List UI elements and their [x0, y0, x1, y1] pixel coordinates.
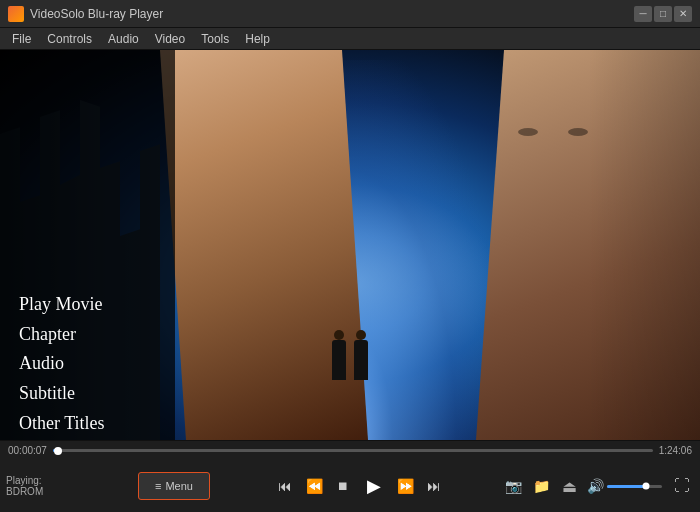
right-controls: 📷 📁 ⏏ — [501, 474, 581, 498]
eject-button[interactable]: ⏏ — [557, 474, 581, 498]
titlebar: VideoSolo Blu-ray Player ─ □ ✕ — [0, 0, 700, 28]
time-elapsed: 00:00:07 — [8, 445, 47, 456]
menubar-item-video[interactable]: Video — [147, 30, 193, 48]
menu-button[interactable]: ≡ Menu — [138, 472, 210, 500]
menubar-item-tools[interactable]: Tools — [193, 30, 237, 48]
skip-forward-button[interactable]: ⏭ — [421, 473, 447, 499]
menu-icon: ≡ — [155, 480, 161, 492]
skip-back-button[interactable]: ⏮ — [272, 473, 298, 499]
fullscreen-button[interactable]: ⛶ — [670, 474, 694, 498]
buttons-row: Playing: BDROM ≡ Menu ⏮ ⏪ ⏹ ▶ ⏩ ⏭ 📷 📁 ⏏ … — [0, 461, 700, 512]
running-figures — [332, 340, 368, 380]
controls-bar: 00:00:07 1:24:06 Playing: BDROM ≡ Menu ⏮… — [0, 440, 700, 512]
menubar-item-file[interactable]: File — [4, 30, 39, 48]
context-menu-option-audio[interactable]: Audio — [15, 349, 109, 379]
video-area[interactable]: Play MovieChapterAudioSubtitleOther Titl… — [0, 50, 700, 440]
menu-label: Menu — [165, 480, 193, 492]
transport-controls: ⏮ ⏪ ⏹ ▶ ⏩ ⏭ — [220, 471, 499, 501]
volume-track[interactable] — [607, 485, 662, 488]
context-menu-option-other-titles[interactable]: Other Titles — [15, 409, 109, 439]
playing-info: Playing: BDROM — [6, 475, 136, 497]
open-folder-button[interactable]: 📁 — [529, 474, 553, 498]
figure-1 — [332, 340, 346, 380]
fast-forward-button[interactable]: ⏩ — [392, 473, 418, 499]
context-menu: Play MovieChapterAudioSubtitleOther Titl… — [15, 290, 109, 438]
menubar-item-controls[interactable]: Controls — [39, 30, 100, 48]
app-logo — [8, 6, 24, 22]
context-menu-option-chapter[interactable]: Chapter — [15, 320, 109, 350]
app-title: VideoSolo Blu-ray Player — [30, 7, 634, 21]
screenshot-button[interactable]: 📷 — [501, 474, 525, 498]
restore-button[interactable]: □ — [654, 6, 672, 22]
stop-button[interactable]: ⏹ — [330, 473, 356, 499]
context-menu-option-play-movie[interactable]: Play Movie — [15, 290, 109, 320]
time-total: 1:24:06 — [659, 445, 692, 456]
minimize-button[interactable]: ─ — [634, 6, 652, 22]
progress-track[interactable] — [53, 449, 653, 452]
playing-label: Playing: — [6, 475, 136, 486]
progress-thumb — [54, 447, 62, 455]
window-controls: ─ □ ✕ — [634, 6, 692, 22]
menubar-item-help[interactable]: Help — [237, 30, 278, 48]
playing-value: BDROM — [6, 486, 136, 497]
progress-bar-row: 00:00:07 1:24:06 — [0, 441, 700, 461]
rewind-button[interactable]: ⏪ — [301, 473, 327, 499]
volume-icon[interactable]: 🔊 — [587, 478, 604, 494]
close-button[interactable]: ✕ — [674, 6, 692, 22]
menubar-item-audio[interactable]: Audio — [100, 30, 147, 48]
figure-2 — [354, 340, 368, 380]
play-button[interactable]: ▶ — [359, 471, 389, 501]
menubar: FileControlsAudioVideoToolsHelp — [0, 28, 700, 50]
volume-thumb — [642, 483, 649, 490]
context-menu-option-subtitle[interactable]: Subtitle — [15, 379, 109, 409]
volume-area: 🔊 — [587, 478, 662, 494]
volume-fill — [607, 485, 646, 488]
